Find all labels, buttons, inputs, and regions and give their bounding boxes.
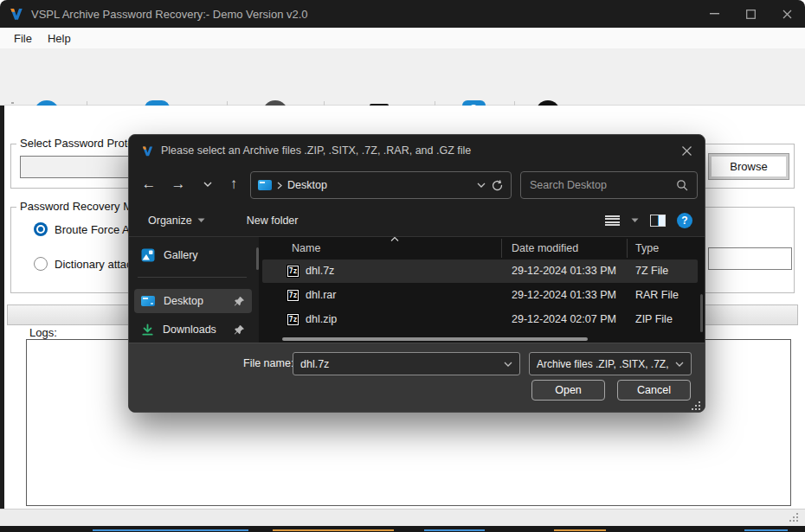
search-icon [676, 179, 688, 191]
up-icon[interactable]: ↑ [221, 171, 247, 197]
address-dropdown-icon[interactable] [477, 183, 486, 188]
desktop-location-icon [258, 180, 272, 190]
sidebar-separator [138, 277, 247, 278]
refresh-icon[interactable] [491, 179, 504, 192]
cancel-button[interactable]: Cancel [617, 380, 691, 401]
search-box[interactable] [520, 171, 698, 199]
resize-grip[interactable] [789, 513, 798, 522]
file-name-label: File name: [243, 357, 293, 369]
radio-dictionary-attack[interactable]: Dictionary attack [34, 257, 138, 271]
sort-caret-icon [390, 237, 399, 241]
menu-file[interactable]: File [14, 32, 32, 45]
column-name[interactable]: Name [292, 242, 320, 254]
dialog-footer: File name: Archive files .ZIP, .SITX, .7… [129, 343, 705, 413]
radio-unselected-icon [34, 257, 48, 271]
menubar: File Help [0, 28, 805, 48]
menu-help[interactable]: Help [48, 32, 71, 45]
dialog-resize-grip[interactable] [692, 401, 700, 410]
pin-icon [234, 296, 245, 307]
dialog-titlebar: Please select an Archive files .ZIP, .SI… [129, 135, 705, 166]
recent-locations-icon[interactable] [195, 171, 221, 197]
view-mode-icon[interactable] [605, 215, 620, 228]
file-list: Name Date modified Type 7z dhl.7z 29-12-… [259, 237, 705, 343]
file-row-dhl-rar[interactable]: 7z dhl.rar 29-12-2024 01:33 PM RAR File [262, 284, 698, 307]
dialog-logo-icon [141, 144, 154, 157]
back-icon[interactable]: ← [136, 171, 162, 197]
pin-icon [234, 324, 245, 336]
file-row-dhl-zip[interactable]: 7z dhl.zip 29-12-2024 02:07 PM ZIP File [262, 308, 698, 331]
sidebar-item-gallery[interactable]: Gallery [134, 243, 252, 267]
column-date-modified[interactable]: Date modified [512, 242, 578, 254]
dialog-command-bar: Organize New folder ? [129, 204, 705, 237]
file-row-dhl-7z[interactable]: 7z dhl.7z 29-12-2024 01:33 PM 7Z File [262, 260, 698, 283]
close-icon [782, 10, 792, 19]
breadcrumb-location[interactable]: Desktop [287, 179, 327, 191]
sidebar-item-downloads[interactable]: Downloads [134, 317, 252, 342]
forward-icon[interactable]: → [165, 171, 191, 197]
sidebar-item-desktop[interactable]: Desktop [134, 289, 252, 313]
logs-label: Logs: [26, 326, 61, 339]
search-input[interactable] [530, 179, 676, 191]
close-button[interactable] [769, 0, 805, 28]
dialog-title: Please select an Archive files .ZIP, .SI… [161, 144, 681, 157]
file-7z-icon: 7z [287, 289, 299, 302]
app-title: VSPL Archive Password Recovery:- Demo Ve… [31, 8, 308, 21]
file-name-input[interactable] [300, 358, 499, 370]
file-type-select[interactable]: Archive files .ZIP, .SITX, .7Z, .RA [529, 352, 692, 375]
dialog-body: Gallery Desktop [129, 237, 705, 343]
breadcrumb-chevron-icon [277, 182, 282, 189]
gallery-icon [141, 248, 155, 262]
file-list-header: Name Date modified Type [259, 237, 705, 260]
file-name-field[interactable] [293, 352, 520, 375]
browse-button[interactable]: Browse [708, 153, 789, 180]
dialog-navbar: ← → ↑ Desktop [129, 166, 705, 204]
column-type[interactable]: Type [635, 242, 659, 254]
vertical-scrollbar[interactable] [700, 294, 703, 332]
horizontal-scrollbar[interactable] [282, 337, 588, 341]
file-7z-icon: 7z [287, 265, 299, 278]
filename-dropdown-icon[interactable] [504, 362, 512, 367]
toolbar: Open Recover Password P P Buy Now [0, 48, 805, 106]
filetype-dropdown-icon [675, 362, 684, 367]
new-folder-button[interactable]: New folder [247, 215, 299, 227]
desktop-icon [141, 296, 155, 306]
preview-pane-icon[interactable] [650, 215, 666, 227]
dialog-help-icon[interactable]: ? [677, 213, 692, 228]
bottom-clipped-strip [0, 526, 805, 532]
minimize-button[interactable] [696, 0, 732, 28]
minimize-icon [710, 13, 719, 15]
window-left-edge [0, 106, 4, 532]
organize-dropdown-icon [197, 218, 205, 223]
dialog-close-icon[interactable] [681, 145, 692, 157]
downloads-icon [141, 324, 154, 337]
mode-option-field[interactable] [708, 247, 792, 270]
statusbar [0, 509, 805, 526]
maximize-button[interactable] [732, 0, 769, 28]
dialog-sidebar: Gallery Desktop [129, 237, 259, 343]
open-button[interactable]: Open [531, 380, 605, 401]
app-titlebar: VSPL Archive Password Recovery:- Demo Ve… [0, 0, 805, 28]
file-open-dialog: Please select an Archive files .ZIP, .SI… [128, 134, 705, 413]
app-logo-icon [9, 6, 24, 22]
address-bar[interactable]: Desktop [250, 171, 512, 199]
maximize-icon [746, 10, 756, 19]
view-dropdown-icon[interactable] [631, 218, 639, 223]
radio-selected-icon [34, 222, 48, 236]
organize-menu[interactable]: Organize [148, 215, 205, 227]
file-7z-icon: 7z [287, 313, 299, 326]
